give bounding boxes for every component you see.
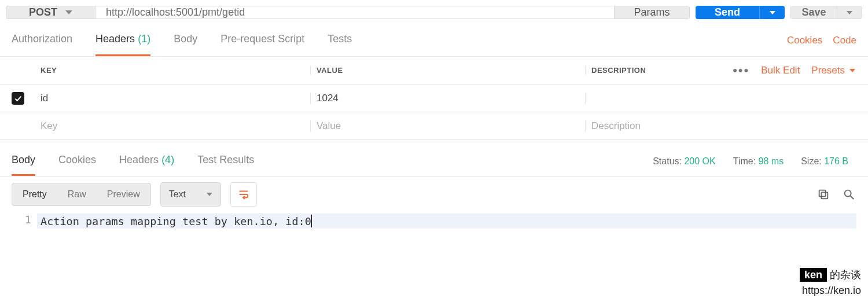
size-value: 176 B (824, 156, 848, 166)
view-preview[interactable]: Preview (97, 183, 150, 205)
resp-tab-headers[interactable]: Headers (4) (119, 147, 174, 176)
chevron-down-icon (65, 10, 72, 14)
resp-tab-body[interactable]: Body (12, 147, 35, 176)
header-enabled-checkbox[interactable] (12, 92, 24, 105)
text-caret (311, 215, 312, 227)
response-body-text: Action params mapping test by ken.io, id… (41, 215, 311, 227)
svg-rect-2 (819, 190, 826, 197)
status-value: 200 OK (684, 156, 715, 166)
copy-icon[interactable] (816, 187, 831, 202)
tab-prerequest[interactable]: Pre-request Script (220, 25, 304, 56)
tab-label: Test Results (197, 154, 254, 165)
send-button-label: Send (715, 6, 740, 19)
status-label: Status: (653, 156, 682, 166)
http-method-select[interactable]: POST (6, 6, 95, 19)
view-pretty[interactable]: Pretty (12, 183, 57, 205)
header-value-input[interactable] (317, 120, 585, 132)
header-row (0, 84, 868, 112)
watermark-tag: ken (800, 268, 827, 282)
presets-button[interactable]: Presets (811, 65, 855, 76)
tab-label: Cookies (58, 154, 96, 165)
resp-tab-test-results[interactable]: Test Results (197, 147, 254, 176)
format-select[interactable]: Text (160, 182, 221, 207)
header-col-key: KEY (36, 66, 311, 75)
tab-body[interactable]: Body (174, 25, 197, 56)
params-button[interactable]: Params (615, 6, 690, 19)
chevron-down-icon (207, 193, 212, 196)
header-desc-input[interactable] (591, 120, 868, 132)
tab-label: Authorization (12, 33, 72, 45)
tab-label: Pre-request Script (220, 33, 304, 45)
header-col-description: DESCRIPTION (591, 66, 646, 75)
presets-label: Presets (811, 65, 845, 76)
svg-rect-1 (821, 192, 827, 198)
header-key-input[interactable] (41, 120, 310, 132)
cookies-link[interactable]: Cookies (787, 35, 822, 46)
view-raw[interactable]: Raw (57, 183, 97, 205)
code-link[interactable]: Code (833, 35, 856, 46)
save-dropdown-button[interactable] (837, 6, 862, 19)
save-button-label: Save (801, 6, 826, 19)
tab-count: (4) (161, 154, 174, 165)
svg-point-3 (845, 190, 851, 197)
header-key-input[interactable] (41, 93, 310, 104)
wrap-lines-button[interactable] (230, 182, 257, 207)
view-mode-segment: Pretty Raw Preview (12, 183, 151, 206)
send-dropdown-button[interactable] (759, 6, 785, 19)
request-url-input[interactable] (95, 6, 615, 19)
size-label: Size: (801, 156, 822, 166)
response-body-line[interactable]: Action params mapping test by ken.io, id… (37, 213, 856, 229)
svg-line-4 (851, 196, 854, 200)
tab-label: Body (174, 33, 197, 45)
save-button[interactable]: Save (790, 6, 837, 19)
chevron-down-icon (847, 11, 852, 14)
header-value-input[interactable] (317, 93, 585, 104)
http-method-label: POST (29, 6, 57, 19)
chevron-down-icon (770, 11, 775, 14)
tab-label: Headers (119, 154, 159, 165)
tab-authorization[interactable]: Authorization (12, 25, 72, 56)
header-desc-input[interactable] (591, 93, 868, 104)
more-icon[interactable]: ••• (733, 63, 749, 78)
watermark: ken 的杂谈 https://ken.io (800, 267, 861, 299)
tab-label: Body (12, 154, 35, 165)
tab-headers[interactable]: Headers (1) (95, 25, 150, 56)
chevron-down-icon (849, 69, 855, 72)
response-meta: Status: 200 OK Time: 98 ms Size: 176 B (653, 156, 856, 167)
time-value: 98 ms (759, 156, 784, 166)
time-label: Time: (733, 156, 756, 166)
watermark-url: https://ken.io (800, 283, 861, 299)
line-number: 1 (12, 213, 37, 229)
tab-label: Headers (95, 33, 135, 45)
format-label: Text (169, 189, 186, 200)
search-icon[interactable] (841, 187, 856, 202)
watermark-suffix: 的杂谈 (827, 269, 861, 281)
resp-tab-cookies[interactable]: Cookies (58, 147, 96, 176)
tab-count: (1) (138, 33, 150, 45)
tab-tests[interactable]: Tests (328, 25, 352, 56)
header-row-new (0, 112, 868, 140)
bulk-edit-button[interactable]: Bulk Edit (761, 65, 800, 76)
tab-label: Tests (328, 33, 352, 45)
send-button[interactable]: Send (696, 6, 759, 19)
header-col-value: VALUE (311, 66, 586, 75)
params-button-label: Params (634, 6, 670, 19)
